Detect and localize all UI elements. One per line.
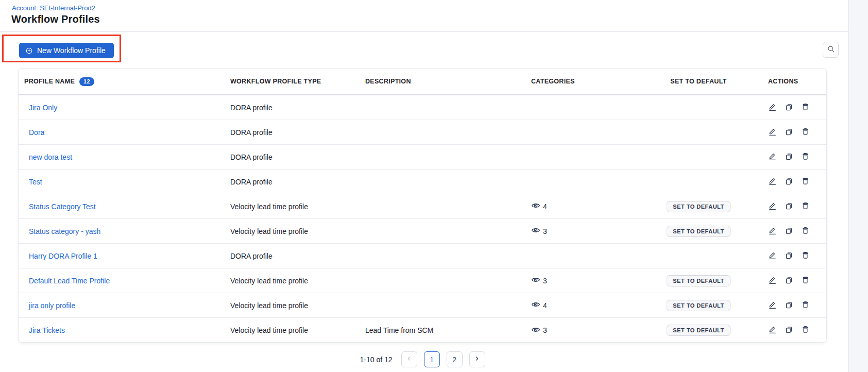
copy-button[interactable] [785, 201, 793, 212]
categories-value: 3 [531, 226, 644, 236]
profile-name-cell: Status category - yash [19, 227, 230, 235]
copy-button[interactable] [785, 152, 793, 162]
actions-cell [753, 103, 826, 113]
profile-type: DORA profile [230, 153, 365, 161]
profile-name-header-label: PROFILE NAME [24, 78, 75, 85]
delete-button[interactable] [801, 127, 810, 138]
actions-cell [753, 300, 826, 311]
set-to-default-badge[interactable]: SET TO DEFAULT [667, 275, 730, 286]
new-workflow-profile-button[interactable]: New Workflow Profile [19, 43, 114, 58]
trash-icon [801, 325, 810, 335]
actions-cell [753, 276, 826, 286]
edit-pencil-icon [768, 325, 777, 335]
set-to-default-cell: SET TO DEFAULT [644, 275, 753, 286]
copy-button[interactable] [785, 103, 793, 113]
set-to-default-badge[interactable]: SET TO DEFAULT [667, 325, 730, 336]
edit-button[interactable] [768, 103, 777, 113]
profile-name-link[interactable]: Test [29, 178, 42, 186]
column-header-actions: ACTIONS [753, 78, 826, 85]
categories-count: 3 [543, 277, 547, 285]
edit-pencil-icon [768, 152, 777, 162]
categories-value: 4 [531, 300, 644, 311]
profile-type: Velocity lead time profile [230, 301, 365, 310]
edit-button[interactable] [768, 177, 777, 187]
copy-icon [785, 300, 793, 311]
table-row: Status Category Test Velocity lead time … [19, 194, 826, 219]
copy-button[interactable] [785, 276, 793, 286]
set-to-default-cell: SET TO DEFAULT [644, 226, 753, 237]
copy-button[interactable] [785, 177, 793, 187]
delete-button[interactable] [801, 325, 810, 335]
copy-button[interactable] [785, 325, 793, 335]
copy-button[interactable] [785, 300, 793, 311]
profile-name-link[interactable]: Jira Tickets [29, 326, 65, 334]
trash-icon [801, 177, 810, 187]
table-row: jira only profile Velocity lead time pro… [19, 293, 826, 318]
trash-icon [801, 103, 810, 113]
delete-button[interactable] [801, 201, 810, 212]
edit-button[interactable] [768, 276, 777, 286]
set-to-default-badge[interactable]: SET TO DEFAULT [667, 201, 730, 212]
plus-circle-icon [25, 47, 33, 55]
delete-button[interactable] [801, 152, 810, 162]
pagination-prev-button[interactable] [401, 351, 417, 367]
profile-name-link[interactable]: Dora [29, 128, 44, 137]
set-to-default-badge[interactable]: SET TO DEFAULT [667, 226, 730, 237]
categories-count: 4 [543, 202, 547, 211]
edit-button[interactable] [768, 201, 777, 212]
set-to-default-badge[interactable]: SET TO DEFAULT [667, 300, 730, 311]
profile-name-link[interactable]: Harry DORA Profile 1 [29, 252, 97, 260]
delete-button[interactable] [801, 276, 810, 286]
profiles-table: PROFILE NAME 12 WORKFLOW PROFILE TYPE DE… [18, 68, 827, 343]
categories-count: 4 [543, 301, 547, 310]
edit-button[interactable] [768, 226, 777, 236]
actions-cell [753, 152, 826, 162]
table-row: Jira Tickets Velocity lead time profile … [19, 318, 826, 343]
edit-pencil-icon [768, 201, 777, 212]
copy-icon [785, 201, 793, 212]
profile-name-link[interactable]: jira only profile [29, 301, 75, 310]
profile-name-link[interactable]: Status category - yash [29, 227, 100, 235]
edit-button[interactable] [768, 325, 777, 335]
profile-type: DORA profile [230, 104, 365, 112]
table-row: Harry DORA Profile 1 DORA profile [19, 244, 826, 268]
profile-type: DORA profile [230, 128, 365, 137]
eye-icon [531, 300, 540, 311]
delete-button[interactable] [801, 300, 810, 311]
copy-icon [785, 251, 793, 261]
categories-value: 4 [531, 201, 644, 212]
eye-icon [531, 275, 540, 286]
eye-icon [531, 201, 540, 212]
edit-pencil-icon [768, 276, 777, 286]
chevron-right-icon [473, 355, 481, 364]
copy-button[interactable] [785, 127, 793, 138]
delete-button[interactable] [801, 177, 810, 187]
copy-icon [785, 177, 793, 187]
profile-count-badge: 12 [79, 77, 94, 86]
profile-name-link[interactable]: Jira Only [29, 104, 57, 112]
profile-name-cell: Jira Only [19, 104, 230, 112]
profile-name-link[interactable]: Default Lead Time Profile [29, 277, 110, 285]
right-background-strip [848, 0, 868, 372]
pagination-page-2-button[interactable]: 2 [447, 351, 463, 367]
pagination-next-button[interactable] [469, 351, 485, 367]
edit-button[interactable] [768, 300, 777, 311]
profile-name-cell: Test [19, 178, 230, 186]
delete-button[interactable] [801, 226, 810, 236]
copy-button[interactable] [785, 226, 793, 236]
trash-icon [801, 300, 810, 311]
edit-button[interactable] [768, 152, 777, 162]
table-body: Jira Only DORA profile [19, 95, 826, 343]
delete-button[interactable] [801, 103, 810, 113]
edit-button[interactable] [768, 127, 777, 138]
profile-name-link[interactable]: new dora test [29, 153, 72, 161]
edit-button[interactable] [768, 251, 777, 261]
copy-button[interactable] [785, 251, 793, 261]
pagination: 1-10 of 12 1 2 [18, 351, 827, 367]
delete-button[interactable] [801, 251, 810, 261]
table-row: Dora DORA profile [19, 120, 826, 145]
profile-name-link[interactable]: Status Category Test [29, 202, 96, 211]
pagination-page-1-button[interactable]: 1 [424, 351, 440, 367]
search-button[interactable] [823, 42, 839, 58]
actions-cell [753, 201, 826, 212]
